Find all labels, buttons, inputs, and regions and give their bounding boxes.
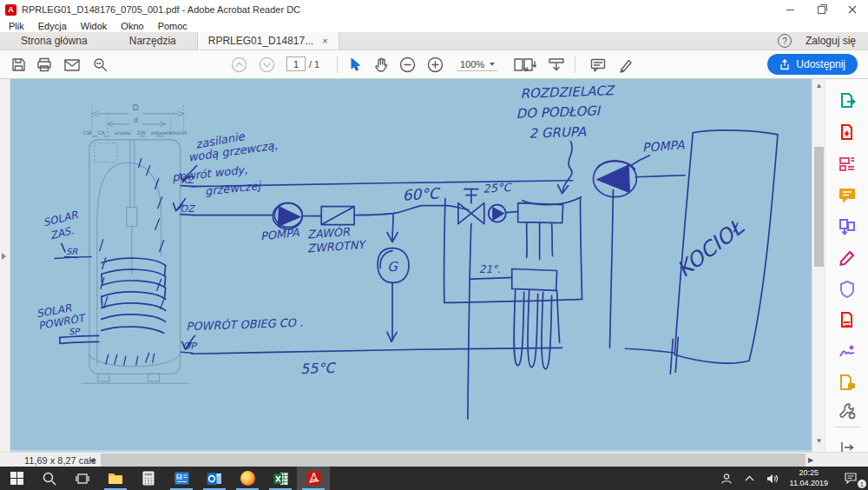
email-icon — [64, 59, 80, 71]
close-button[interactable] — [837, 0, 868, 19]
signature-icon — [838, 342, 857, 361]
tank-dim-d-small-label: d — [134, 116, 138, 124]
pen-icon — [618, 57, 634, 73]
taskbar-firefox[interactable] — [231, 467, 264, 490]
people-icon — [720, 473, 733, 485]
vertical-scroll-thumb[interactable] — [814, 147, 824, 267]
cursor-icon — [349, 57, 362, 72]
share-button[interactable]: Udostępnij — [767, 54, 858, 75]
tab-document-label: RPRLEG01_D14817... — [208, 35, 313, 47]
vertical-scrollbar[interactable]: ▲ ▼ — [812, 79, 825, 452]
next-page-button[interactable] — [255, 54, 278, 76]
taskbar-excel[interactable] — [264, 467, 297, 490]
highlight-tool-button[interactable] — [615, 54, 637, 76]
tool-protect[interactable] — [825, 274, 868, 305]
comment-tool-button[interactable] — [587, 54, 609, 76]
combine-files-icon — [838, 217, 857, 236]
action-center-button[interactable]: 1 — [833, 467, 868, 490]
menu-pomoc[interactable]: Pomoc — [158, 21, 187, 31]
scroll-down-icon[interactable]: ▼ — [812, 437, 825, 445]
page-up-icon — [231, 56, 247, 73]
calculator-icon — [142, 471, 155, 486]
menu-widok[interactable]: Widok — [81, 21, 108, 31]
powrot-obieg-label: POWRÓT OBIEG CO . — [186, 315, 303, 334]
horizontal-scrollbar[interactable] — [101, 454, 806, 467]
maximize-button[interactable] — [806, 0, 837, 19]
volume-icon[interactable] — [760, 467, 785, 490]
panel-divider — [834, 427, 860, 427]
clock-time: 20:25 — [790, 468, 828, 478]
scroll-right-icon[interactable]: ▶ — [808, 456, 813, 464]
page-down-icon — [259, 56, 275, 73]
hidden-icons-chevron[interactable] — [739, 467, 760, 490]
menu-okno[interactable]: Okno — [121, 21, 143, 31]
tab-home[interactable]: Strona główna — [0, 32, 108, 50]
menu-edycja[interactable]: Edycja — [38, 21, 67, 31]
clock-date: 11.04.2019 — [790, 479, 828, 488]
rozdzielacz-line1: ROZDZIELACZ — [520, 83, 616, 102]
search-icon — [93, 57, 108, 72]
help-button[interactable]: ? — [778, 34, 792, 48]
taskbar: 20:25 11.04.2019 1 — [0, 467, 868, 490]
taskbar-people-app[interactable] — [165, 467, 198, 490]
sign-in-button[interactable]: Zaloguj się — [806, 35, 856, 47]
tank-fitting-anoda: anoda — [115, 129, 131, 136]
comment-tool-icon — [838, 187, 857, 204]
taskbar-file-explorer[interactable] — [99, 467, 132, 490]
hand-tool-button[interactable] — [370, 54, 392, 76]
tool-comment[interactable] — [825, 180, 868, 211]
email-button[interactable] — [61, 54, 83, 76]
zoom-in-button[interactable] — [424, 54, 446, 76]
fit-page-button[interactable] — [510, 54, 540, 76]
toolbar: / 1 100% — [0, 50, 868, 79]
tool-combine-files[interactable] — [825, 211, 868, 242]
tool-certificates[interactable] — [825, 336, 868, 368]
tool-compress-pdf[interactable] — [825, 305, 868, 336]
tool-create-pdf[interactable] — [825, 117, 868, 149]
firefox-icon — [240, 471, 255, 486]
taskbar-acrobat-active[interactable] — [297, 467, 330, 490]
minimize-button[interactable] — [774, 0, 806, 19]
find-button[interactable] — [89, 54, 111, 76]
select-tool-button[interactable] — [344, 54, 366, 76]
zoom-level-dropdown[interactable]: 100% — [457, 59, 497, 71]
port-op-label: OP — [183, 341, 198, 352]
share-icon — [779, 59, 790, 70]
tab-close-icon[interactable]: × — [322, 36, 327, 46]
print-button[interactable] — [33, 54, 56, 76]
zoom-in-icon — [427, 56, 444, 73]
taskbar-calculator[interactable] — [132, 467, 165, 490]
page-number-input[interactable] — [286, 56, 306, 71]
task-view-button[interactable] — [66, 467, 99, 490]
tool-edit-pdf[interactable] — [825, 149, 868, 180]
expand-nav-arrow-icon[interactable] — [2, 253, 6, 260]
menu-plik[interactable]: Plik — [9, 21, 24, 31]
tool-fill-and-sign[interactable] — [825, 242, 868, 274]
fit-width-button[interactable] — [545, 54, 568, 76]
zoom-out-button[interactable] — [396, 54, 418, 76]
navigation-pane-strip[interactable] — [0, 79, 10, 452]
toolbar-separator — [337, 56, 338, 73]
tab-tools[interactable]: Narzędzia — [108, 32, 197, 50]
tray-people-icon[interactable] — [714, 467, 739, 490]
taskbar-clock[interactable]: 20:25 11.04.2019 — [785, 468, 833, 488]
tab-document[interactable]: RPRLEG01_D14817... × — [197, 32, 339, 50]
save-button[interactable] — [7, 54, 30, 76]
tool-send-for-comments[interactable] — [825, 368, 868, 399]
taskbar-outlook[interactable] — [198, 467, 231, 490]
pump-small-symbol — [493, 208, 504, 221]
previous-page-button[interactable] — [227, 54, 250, 76]
scroll-left-icon[interactable]: ◀ — [89, 456, 95, 464]
tool-export-pdf[interactable] — [825, 86, 868, 117]
taskbar-search-button[interactable] — [33, 467, 66, 490]
toolbar-separator-2 — [575, 56, 575, 73]
port-sp-label: SP — [69, 327, 81, 336]
tool-more-tools[interactable] — [825, 395, 868, 427]
tank-dim-d-label: D — [133, 103, 139, 112]
hand-drawn-heating-diagram: D d CW CK anoda ZW odpowietrznik — [10, 79, 812, 452]
export-pdf-icon — [838, 92, 857, 111]
start-button[interactable] — [0, 467, 33, 490]
gauge-label: G — [387, 259, 398, 275]
save-icon — [11, 57, 26, 72]
scroll-up-icon[interactable]: ▲ — [812, 82, 825, 89]
